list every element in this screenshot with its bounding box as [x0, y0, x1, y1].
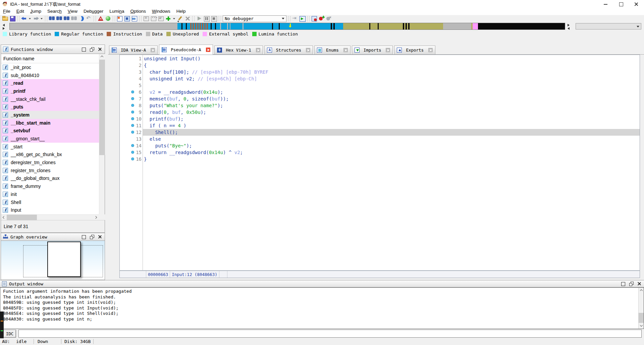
- code-line-7[interactable]: 7 memset(buf, 0, sizeof(buf));: [120, 95, 640, 102]
- output-float-icon[interactable]: [629, 281, 634, 286]
- code-line-5[interactable]: 5: [120, 82, 640, 89]
- tab-hex-view-1[interactable]: Hex View-1: [214, 46, 263, 54]
- output-scroll-down-icon[interactable]: [639, 323, 644, 329]
- tab-close-icon[interactable]: [151, 48, 155, 52]
- graph-overview-titlebar[interactable]: Graph overview: [1, 233, 105, 241]
- code-line-12[interactable]: 12 Shell();: [120, 129, 640, 136]
- tab-close-icon[interactable]: [256, 48, 260, 52]
- debugger-stop-icon[interactable]: [211, 15, 217, 22]
- tab-ida-view-a[interactable]: IDA View-A: [109, 46, 158, 54]
- menu-search[interactable]: Search: [44, 8, 65, 15]
- code-line-14[interactable]: 14 puts("Bye~");: [120, 142, 640, 149]
- make-code-icon[interactable]: [143, 15, 150, 22]
- graph-overview-canvas[interactable]: [1, 241, 105, 280]
- functions-window-titlebar[interactable]: f Functions window: [1, 45, 105, 54]
- create-struct-icon[interactable]: [165, 15, 172, 22]
- delete-function-icon[interactable]: [184, 15, 191, 22]
- functions-horizontal-scrollbar[interactable]: [1, 214, 99, 220]
- problems-list-icon[interactable]: [97, 15, 104, 22]
- tab-pseudocode-a[interactable]: Pseudocode-A: [159, 45, 213, 55]
- function-row[interactable]: f_puts: [1, 103, 99, 111]
- menu-edit[interactable]: Edit: [13, 8, 27, 15]
- pseudocode-view[interactable]: 1unsigned int Input()2{3 char buf[100]; …: [119, 55, 640, 271]
- navband-zoom-dropdown[interactable]: [576, 23, 641, 29]
- function-row[interactable]: f_setvbuf: [1, 127, 99, 135]
- menu-view[interactable]: View: [65, 8, 80, 15]
- forward-history-caret-icon[interactable]: [40, 15, 44, 22]
- functions-maximize-icon[interactable]: [81, 47, 87, 52]
- output-scroll-up-icon[interactable]: [639, 288, 644, 293]
- jump-address-icon[interactable]: [78, 15, 85, 22]
- rename-icon[interactable]: [158, 15, 164, 22]
- add-breakpoint-icon[interactable]: [318, 15, 325, 22]
- open-views-icon[interactable]: [124, 15, 130, 22]
- scroll-up-icon[interactable]: [99, 54, 105, 60]
- tab-close-icon[interactable]: [343, 48, 348, 52]
- graph-maximize-icon[interactable]: [81, 234, 87, 239]
- graph-float-icon[interactable]: [89, 234, 95, 239]
- functions-close-icon[interactable]: [97, 47, 103, 52]
- debugger-selector[interactable]: No debugger: [223, 15, 286, 22]
- function-row[interactable]: f__libc_start_main: [1, 119, 99, 127]
- function-row[interactable]: f__do_global_dtors_aux: [1, 175, 99, 183]
- output-vscroll-thumb[interactable]: [639, 313, 644, 323]
- idc-language-button[interactable]: IDC: [3, 330, 16, 338]
- delete-breakpoint-icon[interactable]: [326, 15, 332, 22]
- output-vertical-scrollbar[interactable]: [638, 288, 644, 329]
- code-line-1[interactable]: 1unsigned int Input(): [120, 55, 640, 62]
- tab-enums[interactable]: Enums: [314, 46, 351, 54]
- code-line-4[interactable]: 4 unsigned int v2; // [esp+6Ch] [ebp-Ch]: [120, 75, 640, 82]
- output-log[interactable]: Function argument information has been p…: [0, 287, 644, 329]
- desktop-layout-icon[interactable]: [131, 15, 138, 22]
- minimize-icon[interactable]: [598, 0, 613, 8]
- open-windows-icon[interactable]: [116, 15, 123, 22]
- navband-scroll-left[interactable]: [2, 23, 7, 30]
- open-file-icon[interactable]: [2, 15, 8, 22]
- output-maximize-icon[interactable]: [621, 281, 626, 286]
- scroll-left-icon[interactable]: [1, 215, 7, 220]
- menu-help[interactable]: Help: [173, 8, 189, 15]
- navigate-forward-icon[interactable]: [33, 15, 39, 22]
- search-immediate-icon[interactable]: [63, 15, 70, 22]
- functions-vscroll-thumb[interactable]: [99, 60, 105, 155]
- debugger-run-icon[interactable]: [196, 15, 203, 22]
- command-input[interactable]: [18, 330, 642, 338]
- tab-structures[interactable]: Structures: [264, 46, 313, 54]
- tab-close-icon[interactable]: [306, 48, 310, 52]
- navigate-back-icon[interactable]: [21, 15, 28, 22]
- code-line-9[interactable]: 9 read(0, buf, 0x50u);: [120, 109, 640, 116]
- output-window-titlebar[interactable]: Output window: [0, 280, 644, 287]
- menu-debugger[interactable]: Debugger: [80, 8, 106, 15]
- tab-close-icon[interactable]: [428, 48, 433, 52]
- function-row[interactable]: fframe_dummy: [1, 182, 99, 190]
- make-data-icon[interactable]: [150, 15, 157, 22]
- search-again-icon[interactable]: [71, 15, 77, 22]
- undo-icon[interactable]: [86, 15, 92, 22]
- attach-process-icon[interactable]: [292, 15, 299, 22]
- tab-close-icon[interactable]: [386, 48, 390, 52]
- edit-function-icon[interactable]: [177, 15, 183, 22]
- tab-exports[interactable]: Exports: [394, 46, 435, 54]
- function-name-column-header[interactable]: Function name: [1, 54, 99, 63]
- code-line-3[interactable]: 3 char buf[100]; // [esp+8h] [ebp-70h] B…: [120, 69, 640, 75]
- function-row[interactable]: fsub_8048410: [1, 71, 99, 79]
- menu-windows[interactable]: Windows: [149, 8, 173, 15]
- navband-scroll-right[interactable]: [567, 23, 572, 30]
- menu-jump[interactable]: Jump: [27, 8, 44, 15]
- function-row[interactable]: f__stack_chk_fail: [1, 95, 99, 103]
- tab-close-icon[interactable]: [206, 48, 210, 52]
- back-history-caret-icon[interactable]: [28, 15, 32, 22]
- tab-imports[interactable]: Imports: [352, 46, 393, 54]
- menu-file[interactable]: File: [0, 8, 13, 15]
- function-row[interactable]: finit: [1, 190, 99, 198]
- code-line-15[interactable]: 15 return __readgsdword(0x14u) ^ v2;: [120, 149, 640, 156]
- function-row[interactable]: fShell: [1, 198, 99, 206]
- function-row[interactable]: fregister_tm_clones: [1, 166, 99, 175]
- function-row[interactable]: fInput: [1, 206, 99, 214]
- functions-hscroll-thumb[interactable]: [7, 215, 37, 220]
- function-row[interactable]: f_init_proc: [1, 63, 99, 71]
- functions-float-icon[interactable]: [89, 47, 95, 52]
- function-row[interactable]: f__x86_get_pc_thunk_bx: [1, 151, 99, 159]
- function-row[interactable]: f_printf: [1, 87, 99, 95]
- code-line-10[interactable]: 10 printf(buf);: [120, 116, 640, 122]
